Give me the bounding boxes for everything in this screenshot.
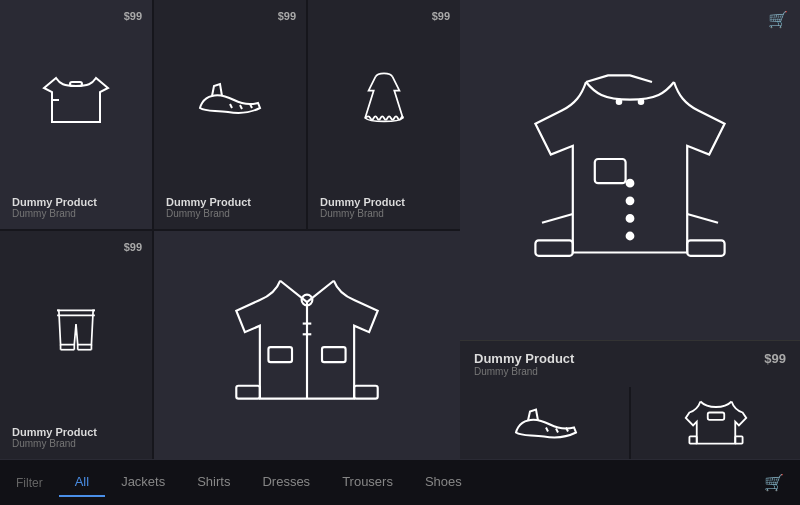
svg-point-26: [617, 100, 621, 104]
product-price-1: $99: [124, 10, 142, 22]
dress-icon: [344, 70, 424, 130]
shirt-icon: [36, 70, 116, 130]
svg-line-3: [240, 105, 242, 109]
product-card-2[interactable]: $99 Dummy Product Dummy Brand: [154, 0, 306, 229]
right-bottom-grid: [460, 387, 800, 459]
cart-icon-top[interactable]: 🛒: [768, 10, 788, 29]
nav-item-shoes[interactable]: Shoes: [409, 468, 478, 497]
nav-cart-icon[interactable]: 🛒: [764, 473, 784, 492]
bottom-nav: Filter All Jackets Shirts Dresses Trouse…: [0, 459, 800, 505]
svg-rect-15: [322, 347, 346, 362]
svg-point-22: [627, 180, 634, 187]
svg-rect-36: [689, 436, 696, 443]
product-price-4: $99: [124, 241, 142, 253]
svg-line-32: [546, 427, 548, 431]
product-brand-2: Dummy Brand: [166, 208, 294, 219]
product-price-3: $99: [432, 10, 450, 22]
trousers-icon: [36, 300, 116, 360]
product-name-3: Dummy Product: [320, 196, 448, 208]
jacket-icon: [217, 270, 397, 420]
nav-item-all[interactable]: All: [59, 468, 105, 497]
product-card-1[interactable]: $99 Dummy Product Dummy Brand: [0, 0, 152, 229]
product-card-4[interactable]: $99 Dummy Product: [0, 231, 152, 460]
svg-line-30: [542, 214, 573, 223]
product-grid: $99 Dummy Product Dummy Brand $99: [0, 0, 460, 459]
featured-image-area: 🛒: [460, 0, 800, 340]
product-card-7[interactable]: [631, 387, 800, 459]
nav-item-trousers[interactable]: Trousers: [326, 468, 409, 497]
product-price-2: $99: [278, 10, 296, 22]
product-name-2: Dummy Product: [166, 196, 294, 208]
svg-line-2: [230, 104, 232, 108]
svg-rect-28: [535, 240, 572, 255]
nav-item-jackets[interactable]: Jackets: [105, 468, 181, 497]
featured-product-name: Dummy Product: [474, 351, 574, 366]
svg-rect-1: [70, 82, 82, 86]
product-brand-4: Dummy Brand: [12, 438, 140, 449]
svg-rect-17: [354, 385, 378, 398]
svg-point-27: [639, 100, 643, 104]
svg-rect-21: [595, 159, 626, 183]
product-brand-1: Dummy Brand: [12, 208, 140, 219]
shoe-small-icon: [510, 396, 580, 451]
shoe-icon: [190, 70, 270, 130]
product-card-3[interactable]: $99 Dummy Product Dummy Brand: [308, 0, 460, 229]
product-icon-area-3: [320, 10, 448, 190]
svg-rect-35: [707, 412, 724, 419]
svg-point-23: [627, 198, 634, 205]
content-area: $99 Dummy Product Dummy Brand $99: [0, 0, 800, 459]
featured-product-brand: Dummy Brand: [474, 366, 786, 377]
filter-label: Filter: [16, 476, 43, 490]
product-icon-area-1: [12, 10, 140, 190]
product-brand-3: Dummy Brand: [320, 208, 448, 219]
svg-point-24: [627, 215, 634, 222]
product-info-1: Dummy Product Dummy Brand: [12, 196, 140, 219]
svg-line-31: [687, 214, 718, 223]
product-name-1: Dummy Product: [12, 196, 140, 208]
svg-rect-16: [236, 385, 260, 398]
product-card-6[interactable]: [460, 387, 629, 459]
featured-product-info: Dummy Product $99 Dummy Brand: [460, 340, 800, 387]
nav-item-dresses[interactable]: Dresses: [246, 468, 326, 497]
product-name-4: Dummy Product: [12, 426, 140, 438]
svg-rect-29: [687, 240, 724, 255]
svg-point-25: [627, 233, 634, 240]
product-card-5[interactable]: [154, 231, 460, 460]
nav-item-shirts[interactable]: Shirts: [181, 468, 246, 497]
product-icon-area-4: [12, 241, 140, 421]
svg-rect-14: [268, 347, 292, 362]
product-info-2: Dummy Product Dummy Brand: [166, 196, 294, 219]
product-info-3: Dummy Product Dummy Brand: [320, 196, 448, 219]
svg-line-33: [556, 428, 558, 432]
product-icon-area-2: [166, 10, 294, 190]
featured-panel: 🛒: [460, 0, 800, 459]
svg-rect-37: [735, 436, 742, 443]
product-info-4: Dummy Product Dummy Brand: [12, 426, 140, 449]
shirt-small-icon: [681, 396, 751, 451]
featured-shirt-icon: [520, 60, 740, 280]
featured-product-price: $99: [764, 351, 786, 366]
app-container: $99 Dummy Product Dummy Brand $99: [0, 0, 800, 505]
product-icon-area-5: [166, 241, 448, 450]
